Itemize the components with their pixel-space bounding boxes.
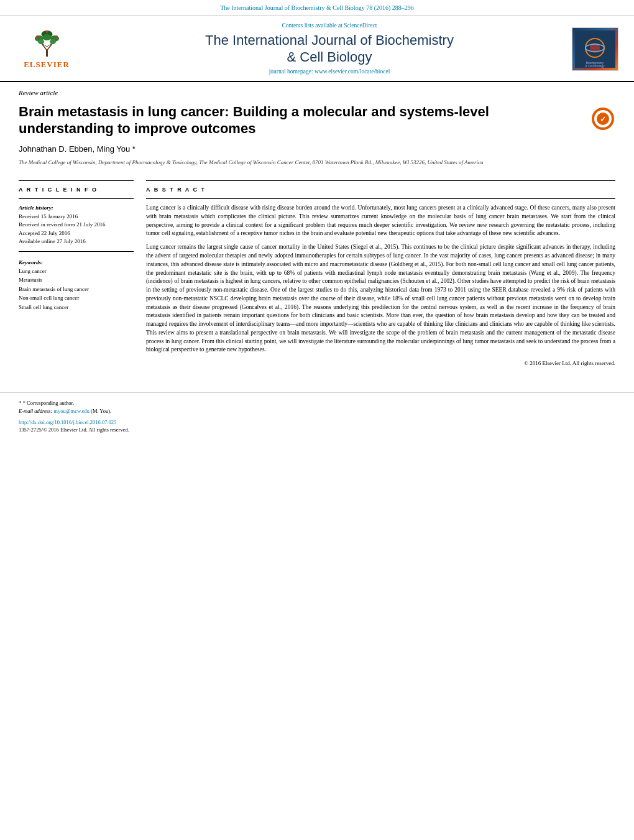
two-column-layout: A R T I C L E I N F O Article history: R…	[19, 175, 615, 367]
divider-top	[19, 180, 134, 181]
article-info-heading: A R T I C L E I N F O	[19, 186, 134, 194]
svg-text:✓: ✓	[600, 115, 606, 124]
journal-citation-text: The International Journal of Biochemistr…	[220, 4, 414, 11]
journal-header: ELSEVIER Contents lists available at Sci…	[0, 16, 634, 82]
main-content: Review article Brain metastasis in lung …	[0, 82, 634, 379]
issn-line: 1357-2725/© 2016 Elsevier Ltd. All right…	[19, 427, 615, 434]
article-history-block: Article history: Received 15 January 201…	[19, 204, 134, 246]
page-wrapper: The International Journal of Biochemistr…	[0, 0, 634, 840]
keyword-5: Small cell lung cancer	[19, 303, 134, 312]
svg-point-8	[50, 39, 56, 44]
abstract-heading: A B S T R A C T	[146, 186, 615, 194]
svg-point-7	[38, 39, 44, 44]
authors-line: Johnathan D. Ebben, Ming You *	[19, 144, 615, 155]
copyright-line: © 2016 Elsevier Ltd. All rights reserved…	[146, 359, 615, 367]
accepted-date: Accepted 22 July 2016	[19, 229, 134, 238]
svg-point-10	[42, 34, 51, 40]
journal-homepage: journal homepage: www.elsevier.com/locat…	[93, 68, 566, 76]
received-revised-date: Received in revised form 21 July 2016	[19, 221, 134, 229]
svg-point-13	[45, 30, 48, 33]
article-info-column: A R T I C L E I N F O Article history: R…	[19, 175, 134, 367]
journal-cover-image: Biochemistry & Cell Biology	[572, 27, 618, 71]
abstract-divider-after-heading	[146, 198, 615, 199]
journal-citation-bar: The International Journal of Biochemistr…	[0, 0, 634, 16]
keyword-4: Non-small cell lung cancer	[19, 293, 134, 302]
journal-cover-graphic: Biochemistry & Cell Biology	[575, 30, 615, 68]
svg-point-12	[55, 35, 58, 38]
journal-logo-area: Biochemistry & Cell Biology	[572, 27, 622, 71]
history-label: Article history:	[19, 205, 53, 211]
elsevier-logo: ELSEVIER	[12, 27, 81, 71]
svg-text:& Cell Biology: & Cell Biology	[585, 64, 605, 68]
elsevier-brand-text: ELSEVIER	[24, 59, 70, 70]
science-direct-link[interactable]: ScienceDirect	[344, 22, 377, 29]
journal-title: The International Journal of Biochemistr…	[93, 32, 566, 65]
science-direct-line: Contents lists available at ScienceDirec…	[93, 22, 566, 30]
received-date: Received 15 January 2016	[19, 213, 134, 221]
email-person: (M. You).	[91, 408, 111, 414]
email-label: E-mail address:	[19, 408, 52, 414]
divider-after-heading	[19, 198, 134, 199]
abstract-column: A B S T R A C T Lung cancer is a clinica…	[146, 175, 615, 367]
svg-rect-0	[46, 50, 48, 57]
svg-point-11	[36, 35, 39, 38]
journal-homepage-link[interactable]: www.elsevier.com/locate/biocel	[315, 68, 390, 75]
divider-keywords	[19, 251, 134, 252]
corresponding-author-note: * * Corresponding author.	[19, 399, 615, 408]
article-title-text: Brain metastasis in lung cancer: Buildin…	[19, 103, 584, 137]
doi-line[interactable]: http://dx.doi.org/10.1016/j.biocel.2016.…	[19, 419, 615, 427]
article-title-area: Brain metastasis in lung cancer: Buildin…	[19, 103, 615, 137]
keyword-2: Metastasis	[19, 275, 134, 284]
abstract-paragraph-2: Lung cancer remains the largest single c…	[146, 243, 615, 354]
abstract-divider-top	[146, 180, 615, 181]
available-online-date: Available online 27 July 2016	[19, 238, 134, 246]
elsevier-logo-area: ELSEVIER	[12, 27, 87, 71]
abstract-paragraph-1: Lung cancer is a clinically difficult di…	[146, 204, 615, 238]
affiliation-text: The Medical College of Wisconsin, Depart…	[19, 159, 615, 167]
star-symbol: *	[19, 400, 22, 406]
corresponding-label: * Corresponding author.	[23, 400, 74, 406]
email-footnote: E-mail address: myou@mcw.edu (M. You).	[19, 407, 615, 415]
journal-header-center: Contents lists available at ScienceDirec…	[87, 22, 572, 76]
elsevier-tree-icon	[30, 28, 64, 58]
email-address[interactable]: myou@mcw.edu	[53, 408, 90, 414]
keyword-3: Brain metastasis of lung cancer	[19, 285, 134, 293]
keywords-label: Keywords:	[19, 259, 43, 265]
crossmark-badge: ✓	[590, 103, 615, 136]
footer-section: * * Corresponding author. E-mail address…	[0, 392, 634, 440]
keywords-block: Keywords: Lung cancer Metastasis Brain m…	[19, 258, 134, 312]
article-type-label: Review article	[19, 88, 615, 98]
keyword-1: Lung cancer	[19, 267, 134, 275]
